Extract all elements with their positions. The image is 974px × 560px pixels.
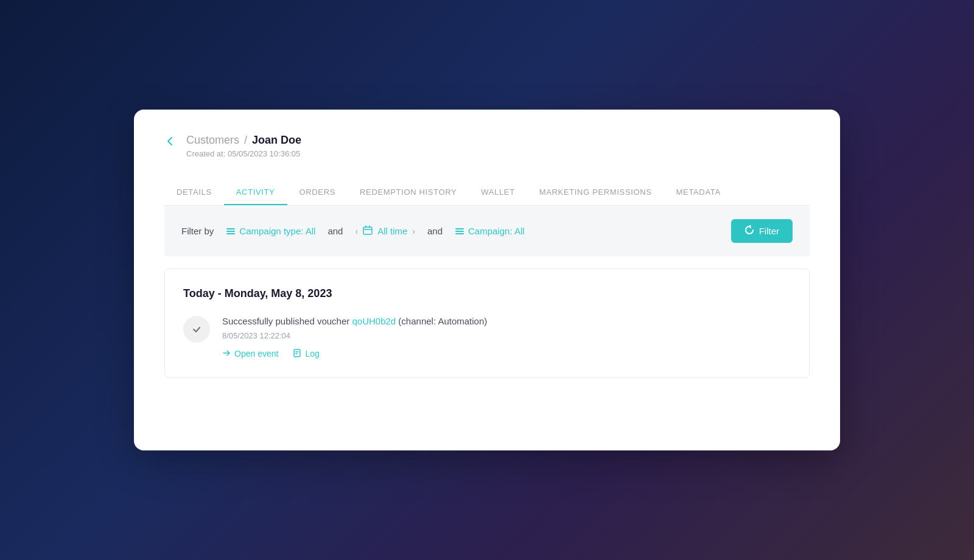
and-connector-2: and (427, 226, 443, 236)
breadcrumb-customers-link[interactable]: Customers (186, 134, 239, 147)
tab-activity[interactable]: ACTIVITY (224, 180, 287, 205)
filter-button-label: Filter (759, 226, 779, 236)
event-title: Successfully published voucher qoUH0b2d … (222, 315, 791, 329)
tab-wallet[interactable]: WALLET (469, 180, 527, 205)
tabs-nav: DETAILS ACTIVITY ORDERS REDEMPTION HISTO… (164, 180, 810, 206)
date-prev-arrow[interactable]: ‹ (355, 226, 358, 236)
created-at-label: Created at: 05/05/2023 10:36:05 (186, 149, 301, 158)
event-status-icon (183, 316, 210, 343)
breadcrumb-nav: Customers / Joan Doe (186, 134, 301, 147)
svg-rect-5 (455, 231, 464, 232)
campaign-filter[interactable]: Campaign: All (455, 226, 525, 236)
calendar-icon (363, 225, 373, 237)
open-event-label: Open event (234, 349, 278, 359)
open-event-action[interactable]: Open event (222, 349, 278, 359)
voucher-code-link[interactable]: qoUH0b2d (352, 316, 396, 326)
campaign-list-icon (455, 226, 464, 236)
filter-button[interactable]: Filter (731, 219, 793, 243)
svg-rect-7 (294, 349, 300, 357)
list-icon (226, 226, 236, 236)
tab-redemption-history[interactable]: REDEMPTION HISTORY (348, 180, 469, 205)
activity-section: Today - Monday, May 8, 2023 Successfully… (164, 268, 810, 378)
svg-rect-3 (363, 227, 372, 234)
log-label: Log (305, 349, 319, 359)
campaign-label: Campaign: All (468, 226, 525, 236)
event-timestamp: 8/05/2023 12:22:04 (222, 331, 791, 340)
svg-rect-0 (226, 228, 235, 229)
campaign-type-filter[interactable]: Campaign type: All (226, 226, 315, 236)
date-filter-label: All time (377, 226, 407, 236)
filter-by-label: Filter by (181, 226, 214, 236)
breadcrumb: Customers / Joan Doe Created at: 05/05/2… (186, 134, 301, 158)
activity-date-heading: Today - Monday, May 8, 2023 (183, 287, 791, 300)
arrow-right-icon (222, 349, 231, 359)
svg-rect-6 (455, 233, 464, 234)
breadcrumb-current-page: Joan Doe (252, 134, 301, 147)
event-item: Successfully published voucher qoUH0b2d … (183, 315, 791, 359)
log-action[interactable]: Log (293, 349, 319, 359)
filter-refresh-icon (745, 225, 754, 237)
date-filter[interactable]: ‹ All time › (355, 225, 415, 237)
event-content: Successfully published voucher qoUH0b2d … (222, 315, 791, 359)
filter-bar: Filter by Campaign type: All and ‹ (164, 206, 810, 256)
page-header: Customers / Joan Doe Created at: 05/05/2… (164, 134, 810, 158)
campaign-type-label: Campaign type: All (239, 226, 315, 236)
main-card: Customers / Joan Doe Created at: 05/05/2… (134, 110, 840, 450)
tab-details[interactable]: DETAILS (164, 180, 224, 205)
and-connector-1: and (328, 226, 343, 236)
event-actions: Open event Log (222, 349, 791, 359)
date-next-arrow[interactable]: › (412, 226, 415, 236)
event-description-suffix: (channel: Automation) (398, 316, 487, 326)
svg-rect-1 (226, 231, 235, 232)
breadcrumb-separator: / (244, 134, 247, 147)
tab-metadata[interactable]: METADATA (664, 180, 733, 205)
svg-rect-2 (226, 233, 235, 234)
back-button[interactable] (164, 135, 177, 147)
tab-marketing-permissions[interactable]: MARKETING PERMISSIONS (527, 180, 664, 205)
svg-rect-4 (455, 228, 464, 229)
log-icon (293, 349, 301, 359)
event-description-prefix: Successfully published voucher (222, 316, 349, 326)
tab-orders[interactable]: ORDERS (287, 180, 348, 205)
